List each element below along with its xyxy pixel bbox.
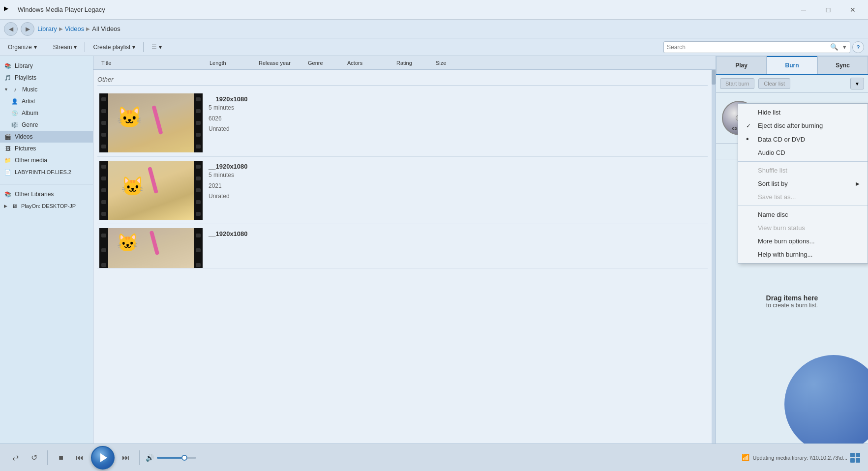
sidebar-item-genre[interactable]: 🎼 Genre <box>0 119 93 131</box>
film-strip-left-3 <box>99 228 108 268</box>
col-header-length[interactable]: Length <box>206 60 255 66</box>
volume-slider[interactable] <box>157 457 196 459</box>
menu-label-more-options: More burn options... <box>758 237 815 245</box>
stream-arrow: ▾ <box>74 44 77 51</box>
content-scroll[interactable]: Other <box>93 70 712 443</box>
player-sep-2 <box>139 450 140 465</box>
scrollbar[interactable] <box>712 70 716 443</box>
grid-view-icon[interactable] <box>850 453 860 463</box>
organize-label: Organize <box>8 44 32 51</box>
menu-item-hide-list[interactable]: Hide list <box>738 106 868 119</box>
menu-item-eject[interactable]: ✓ Eject disc after burning <box>738 119 868 132</box>
sidebar-item-playon[interactable]: ▶ 🖥 PlayOn: DESKTOP-JP <box>0 200 93 212</box>
stop-button[interactable]: ■ <box>54 450 68 465</box>
stream-label: Stream <box>53 44 72 51</box>
minimize-button[interactable]: ─ <box>792 2 815 18</box>
forward-button[interactable]: ▶ <box>21 22 34 36</box>
volume-knob[interactable] <box>181 455 187 461</box>
start-burn-button[interactable]: Start burn <box>720 78 754 89</box>
video-item-1[interactable]: 🐱 __1920x108 <box>97 89 708 157</box>
scrollbar-thumb[interactable] <box>712 70 716 85</box>
app-icon: ▶ <box>4 5 14 15</box>
clear-list-button[interactable]: Clear list <box>758 78 790 89</box>
music-collapse-icon: ▼ <box>4 87 8 92</box>
title-bar-left: ▶ Windows Media Player Legacy <box>4 5 105 15</box>
search-button[interactable]: 🔍 <box>829 41 839 53</box>
album-icon: 💿 <box>11 109 19 117</box>
breadcrumb-videos[interactable]: Videos <box>65 25 85 32</box>
menu-item-save: Save list as... <box>738 190 868 204</box>
film-hole <box>101 177 106 180</box>
col-header-actors[interactable]: Actors <box>343 60 392 66</box>
sidebar-item-album[interactable]: 💿 Album <box>0 107 93 119</box>
sidebar-item-videos[interactable]: 🎬 Videos <box>0 131 93 143</box>
create-playlist-label: Create playlist <box>93 44 130 51</box>
menu-label-eject: Eject disc after burning <box>758 122 823 129</box>
tab-burn[interactable]: Burn <box>767 56 817 74</box>
volume-area: 🔊 <box>146 454 196 462</box>
content-area: Title Length Release year Genre Actors R… <box>93 56 716 443</box>
sidebar-item-library[interactable]: 📚 Library <box>0 60 93 72</box>
menu-label-save: Save list as... <box>758 193 796 201</box>
prev-button[interactable]: ⏮ <box>72 450 87 465</box>
next-button[interactable]: ⏭ <box>119 450 133 465</box>
video-meta-2: 5 minutes 2021 Unrated <box>209 170 706 202</box>
sidebar-label-videos: Videos <box>15 133 32 140</box>
back-button[interactable]: ◀ <box>4 22 18 36</box>
col-header-genre[interactable]: Genre <box>304 60 343 66</box>
maximize-button[interactable]: □ <box>817 2 839 18</box>
view-options-button[interactable]: ☰ ▾ <box>148 42 165 53</box>
menu-item-help-burning[interactable]: Help with burning... <box>738 248 868 261</box>
menu-label-sort: Sort list by <box>758 180 788 187</box>
film-hole <box>101 133 106 137</box>
sidebar-item-pictures[interactable]: 🖼 Pictures <box>0 143 93 154</box>
player-bar: ⇄ ↺ ■ ⏮ ⏭ 🔊 📶 Updating media library: \\… <box>0 443 868 471</box>
stream-button[interactable]: Stream ▾ <box>49 42 81 53</box>
sidebar-item-playlists[interactable]: 🎵 Playlists <box>0 72 93 84</box>
repeat-button[interactable]: ↺ <box>27 450 41 465</box>
menu-item-sort[interactable]: Sort list by ▶ <box>738 177 868 190</box>
menu-label-shuffle: Shuffle list <box>758 167 787 174</box>
sidebar-item-artist[interactable]: 👤 Artist <box>0 95 93 107</box>
tab-sync[interactable]: Sync <box>817 56 868 74</box>
close-button[interactable]: ✕ <box>841 2 864 18</box>
sidebar-item-labyrinth[interactable]: 📄 LABYRINTH.OF.LIES.2 <box>0 166 93 178</box>
breadcrumb-sep-1: ▶ <box>59 26 63 31</box>
network-icon: 📶 <box>742 454 749 461</box>
video-rating-2: Unrated <box>209 191 706 202</box>
sidebar-item-music[interactable]: ▼ ♪ Music <box>0 84 93 95</box>
sidebar-label-album: Album <box>22 110 38 117</box>
burn-dropdown-button[interactable]: ▼ <box>850 78 864 89</box>
search-dropdown-button[interactable]: ▾ <box>839 41 850 53</box>
search-box: 🔍 ▾ <box>663 41 850 53</box>
menu-item-more-options[interactable]: More burn options... <box>738 235 868 248</box>
film-hole <box>101 165 106 169</box>
help-button[interactable]: ? <box>852 41 864 53</box>
video-title-3: __1920x1080 <box>209 230 706 237</box>
breadcrumb-library[interactable]: Library <box>37 25 57 32</box>
play-pause-button[interactable] <box>91 446 115 470</box>
video-item-3[interactable]: 🐱 __1920x1080 <box>97 224 708 268</box>
labyrinth-icon: 📄 <box>4 168 12 176</box>
menu-item-audio-cd[interactable]: Audio CD <box>738 146 868 159</box>
col-header-year[interactable]: Release year <box>255 60 304 66</box>
menu-label-data-cd: Data CD or DVD <box>758 136 805 143</box>
sidebar-item-other-media[interactable]: 📁 Other media <box>0 154 93 166</box>
shuffle-button[interactable]: ⇄ <box>8 450 23 465</box>
menu-item-data-cd[interactable]: • Data CD or DVD <box>738 132 868 146</box>
col-header-rating[interactable]: Rating <box>392 60 432 66</box>
nav-bar: ◀ ▶ Library ▶ Videos ▶ All Videos <box>0 20 868 38</box>
film-strip-right-3 <box>194 228 203 268</box>
sidebar-item-other-libraries[interactable]: 📚 Other Libraries <box>0 188 93 200</box>
organize-button[interactable]: Organize ▾ <box>4 42 41 53</box>
create-playlist-button[interactable]: Create playlist ▾ <box>89 42 139 53</box>
col-header-size[interactable]: Size <box>432 60 461 66</box>
video-item-2[interactable]: 🐱 __1920x108 <box>97 157 708 224</box>
menu-item-name-disc[interactable]: Name disc <box>738 208 868 221</box>
tab-play[interactable]: Play <box>716 56 767 74</box>
video-thumbnail-1: 🐱 <box>99 93 203 152</box>
menu-label-name-disc: Name disc <box>758 211 788 218</box>
search-input[interactable] <box>664 44 829 51</box>
film-hole <box>101 248 106 252</box>
col-header-title[interactable]: Title <box>97 60 206 66</box>
